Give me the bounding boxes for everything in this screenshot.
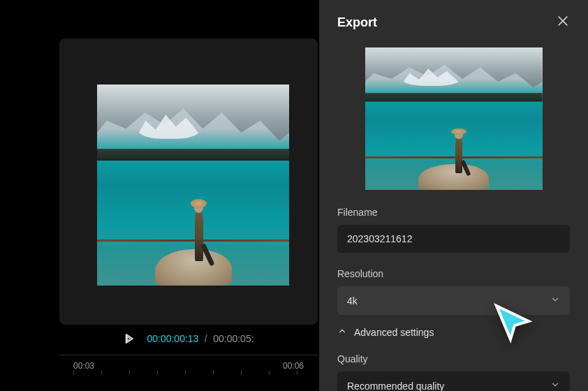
timeline-ruler: 00:03 00:06 bbox=[59, 355, 318, 376]
play-icon bbox=[123, 332, 135, 345]
quality-value: Recommended quality bbox=[347, 381, 444, 392]
timecode-separator: / bbox=[205, 333, 207, 344]
playback-controls: 00:00:00:13 / 00:00:05: bbox=[59, 328, 318, 349]
resolution-value: 4k bbox=[347, 295, 358, 307]
timeline[interactable]: 00:03 00:06 bbox=[59, 355, 318, 391]
advanced-settings-toggle[interactable]: Advanced settings bbox=[337, 326, 570, 338]
timeline-tick-label: 00:06 bbox=[283, 361, 304, 371]
export-panel: Export Filenam bbox=[319, 0, 588, 391]
chevron-up-icon bbox=[337, 326, 347, 338]
export-thumbnail bbox=[365, 47, 543, 190]
timecode-current: 00:00:00:13 bbox=[147, 333, 198, 344]
filename-input[interactable] bbox=[337, 225, 570, 253]
timeline-tick-label: 00:03 bbox=[73, 361, 94, 371]
quality-label: Quality bbox=[337, 353, 570, 364]
close-button[interactable] bbox=[556, 14, 570, 31]
chevron-down-icon bbox=[550, 295, 560, 307]
play-button[interactable] bbox=[123, 332, 135, 345]
advanced-settings-label: Advanced settings bbox=[354, 327, 434, 338]
timecode-total: 00:00:05: bbox=[213, 333, 253, 344]
export-title: Export bbox=[337, 15, 377, 30]
chevron-down-icon bbox=[550, 380, 560, 391]
filename-label: Filename bbox=[337, 207, 570, 218]
resolution-label: Resolution bbox=[337, 268, 570, 279]
video-preview-panel bbox=[59, 38, 318, 325]
timecode: 00:00:00:13 / 00:00:05: bbox=[147, 332, 253, 345]
preview-image bbox=[97, 84, 289, 286]
video-canvas[interactable] bbox=[97, 84, 289, 286]
quality-select[interactable]: Recommended quality bbox=[337, 371, 570, 391]
resolution-select[interactable]: 4k bbox=[337, 286, 570, 315]
close-icon bbox=[556, 14, 570, 28]
